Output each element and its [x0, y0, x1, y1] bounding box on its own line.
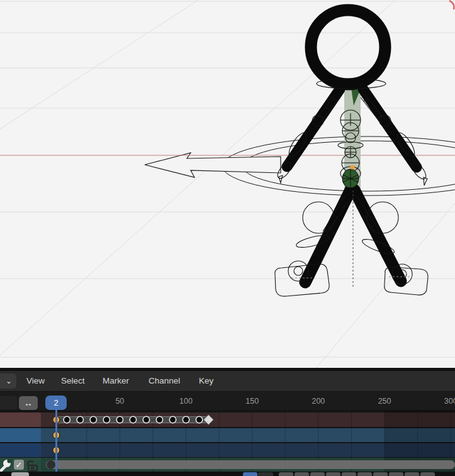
strip-segment-button[interactable]: [279, 472, 293, 476]
ruler-tick-label: 50: [115, 392, 124, 410]
strip-segment-button[interactable]: [326, 472, 340, 476]
keyframe[interactable]: [77, 416, 83, 423]
keyframe[interactable]: [183, 416, 189, 423]
horizontal-scrollbar[interactable]: [46, 460, 455, 469]
keyframe[interactable]: [130, 416, 136, 423]
ruler-tick-label: 100: [179, 392, 193, 410]
keyframe[interactable]: [103, 416, 110, 423]
unlock-icon[interactable]: [28, 462, 37, 471]
ruler-tick-label: 150: [245, 392, 259, 410]
ruler-tick-label: 200: [312, 392, 325, 410]
pivot-dot: [351, 165, 355, 170]
editor-type-selector[interactable]: ⌄: [0, 374, 16, 389]
strip-blue-button[interactable]: [243, 472, 257, 476]
chevron-down-icon: ⌄: [6, 377, 12, 385]
strip-segment-button[interactable]: [405, 472, 419, 476]
strip-segment-button[interactable]: [389, 472, 403, 476]
menu-key[interactable]: Key: [199, 371, 213, 391]
menu-view[interactable]: View: [26, 371, 45, 391]
current-frame-value: 2: [53, 398, 58, 407]
root-arrow-widget[interactable]: [145, 153, 281, 177]
keyframe[interactable]: [156, 416, 162, 423]
filter-row: ✓: [0, 458, 455, 472]
keyframe[interactable]: [64, 416, 70, 423]
strip-segment-button[interactable]: [342, 472, 356, 476]
keyframe[interactable]: [196, 416, 202, 423]
menu-marker[interactable]: Marker: [103, 371, 129, 391]
rotation-gizmo-arc[interactable]: [449, 1, 454, 9]
3d-viewport[interactable]: [0, 0, 455, 368]
keyframe[interactable]: [169, 416, 176, 423]
ruler-tick-label: 250: [378, 392, 391, 410]
strip-segment-button[interactable]: [295, 472, 309, 476]
checkbox-checked-icon[interactable]: ✓: [14, 460, 24, 470]
dope-sheet-header: ⌄ ViewSelectMarkerChannelKey: [0, 371, 455, 391]
ruler-tick-label: 300: [444, 392, 455, 410]
playhead-line[interactable]: [55, 408, 57, 472]
strip-segment-button[interactable]: [357, 472, 372, 476]
menu-channel[interactable]: Channel: [149, 371, 180, 391]
ruler-left-field[interactable]: [0, 396, 17, 409]
wrench-icon[interactable]: [1, 458, 12, 471]
strip-dark-button[interactable]: [258, 472, 273, 476]
timeline-ruler[interactable]: ↔ 2 50100150200250300: [0, 391, 455, 410]
keyframe[interactable]: [90, 416, 96, 423]
strip-light-button[interactable]: [11, 472, 29, 476]
menu-select[interactable]: Select: [61, 371, 85, 391]
viewport-scene: [0, 0, 455, 368]
dope-sheet-channels[interactable]: ✓: [0, 410, 455, 472]
next-editor-strip: [0, 472, 455, 476]
check-glyph: ✓: [16, 460, 23, 470]
scrollbar-knob[interactable]: [47, 460, 55, 469]
keyframe[interactable]: [143, 416, 149, 423]
left-right-arrows-icon: ↔: [24, 398, 33, 408]
strip-segment-button[interactable]: [310, 472, 325, 476]
range-button[interactable]: ↔: [19, 396, 38, 410]
blender-window: { "editor": { "type": "dope-sheet", "men…: [0, 0, 455, 476]
keyframe[interactable]: [203, 414, 213, 424]
head-ring[interactable]: [311, 10, 385, 84]
strip-segment-button[interactable]: [420, 472, 435, 476]
keyframe[interactable]: [116, 416, 123, 423]
strip-segment-button[interactable]: [373, 472, 388, 476]
